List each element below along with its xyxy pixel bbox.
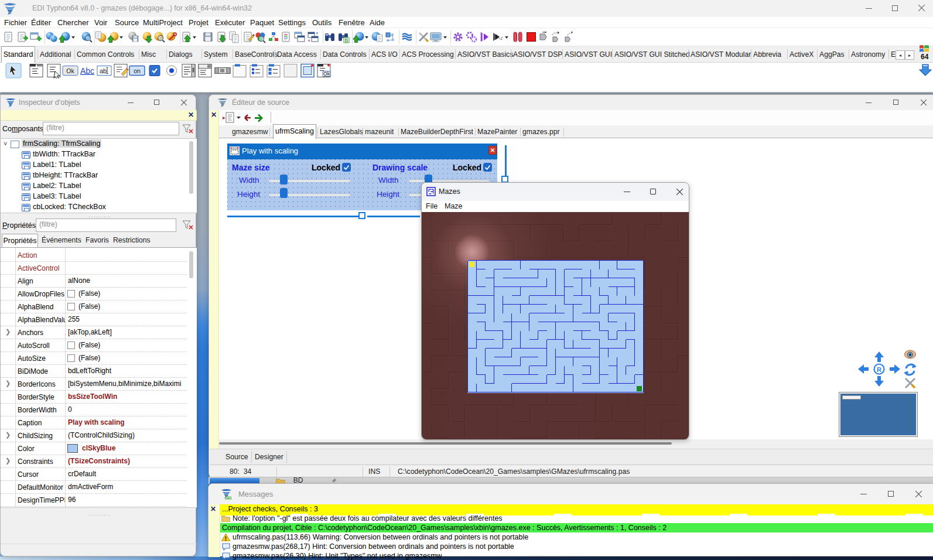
svg-text:on: on (134, 67, 141, 74)
svg-text:Ok: Ok (66, 67, 74, 74)
svg-text:ab: ab (100, 67, 107, 74)
svg-text:R: R (877, 366, 881, 373)
svg-text:B: B (344, 37, 348, 43)
svg-text:Abc: Abc (80, 66, 94, 76)
svg-text:Ok: Ok (323, 71, 330, 77)
